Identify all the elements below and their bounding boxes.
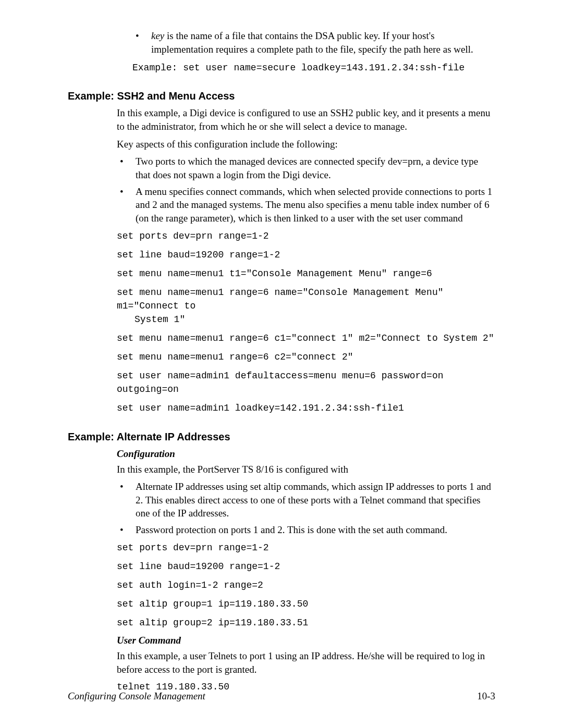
code-line: set menu name=menu1 range=6 c1="connect … bbox=[117, 331, 495, 345]
bullet-text: Alternate IP addresses using set altip c… bbox=[136, 480, 495, 520]
code-line: set line baud=19200 range=1-2 bbox=[117, 560, 495, 573]
code-line: set menu name=menu1 range=6 name="Consol… bbox=[117, 286, 495, 313]
code-line: set ports dev=prn range=1-2 bbox=[117, 229, 495, 243]
code-line: set menu name=menu1 t1="Console Manageme… bbox=[117, 267, 495, 280]
footer-title: Configuring Console Management bbox=[68, 690, 205, 702]
bullet-text: Two ports to which the managed devices a… bbox=[136, 155, 495, 181]
key-rest: is the name of a file that contains the … bbox=[151, 30, 473, 55]
subhead-config: Configuration bbox=[117, 448, 495, 460]
code-line: set altip group=2 ip=119.180.33.51 bbox=[117, 616, 495, 630]
sec2-bullet1: • Alternate IP addresses using set altip… bbox=[117, 480, 495, 520]
code-line: set auth login=1-2 range=2 bbox=[117, 578, 495, 592]
code-line: set user name=admin1 loadkey=142.191.2.3… bbox=[117, 401, 495, 415]
sec1-p2: Key aspects of this configuration includ… bbox=[117, 138, 495, 151]
sec1-bullet1: • Two ports to which the managed devices… bbox=[117, 155, 495, 181]
sec1-code-block: set ports dev=prn range=1-2 set line bau… bbox=[117, 229, 495, 415]
sec2-p2: In this example, a user Telnets to port … bbox=[117, 649, 495, 676]
code-line: set altip group=1 ip=119.180.33.50 bbox=[117, 597, 495, 611]
bullet-marker: • bbox=[117, 480, 136, 520]
sec1-bullet2: • A menu specifies connect commands, whi… bbox=[117, 185, 495, 225]
heading-ssh2: Example: SSH2 and Menu Access bbox=[68, 90, 495, 102]
sec2-bullet2: • Password protection on ports 1 and 2. … bbox=[117, 523, 495, 537]
bullet-text: Password protection on ports 1 and 2. Th… bbox=[136, 523, 495, 537]
code-line: set line baud=19200 range=1-2 bbox=[117, 248, 495, 262]
sec2-code-block-1: set ports dev=prn range=1-2 set line bau… bbox=[117, 541, 495, 630]
page-footer: Configuring Console Management 10-3 bbox=[68, 690, 495, 702]
code-line-continuation: System 1" bbox=[117, 313, 495, 326]
subhead-usercmd: User Command bbox=[117, 635, 495, 646]
bullet-text: A menu specifies connect commands, which… bbox=[136, 185, 495, 225]
bullet-key-desc: • key is the name of a file that contain… bbox=[132, 29, 495, 56]
bullet-text: key is the name of a file that contains … bbox=[151, 29, 495, 56]
footer-page-number: 10-3 bbox=[477, 690, 495, 702]
bullet-marker: • bbox=[132, 29, 151, 56]
code-line: set menu name=menu1 range=6 c2="connect … bbox=[117, 350, 495, 364]
code-line: set ports dev=prn range=1-2 bbox=[117, 541, 495, 554]
code-line: set user name=admin1 defaultaccess=menu … bbox=[117, 369, 495, 396]
heading-altip: Example: Alternate IP Addresses bbox=[68, 431, 495, 443]
code-example-top: Example: set user name=secure loadkey=14… bbox=[132, 61, 495, 75]
sec1-p1: In this example, a Digi device is config… bbox=[117, 106, 495, 133]
bullet-marker: • bbox=[117, 155, 136, 181]
bullet-marker: • bbox=[117, 185, 136, 225]
bullet-marker: • bbox=[117, 523, 136, 537]
sec2-p1: In this example, the PortServer TS 8/16 … bbox=[117, 463, 495, 476]
key-term: key bbox=[151, 30, 164, 41]
page-content: • key is the name of a file that contain… bbox=[0, 0, 563, 728]
